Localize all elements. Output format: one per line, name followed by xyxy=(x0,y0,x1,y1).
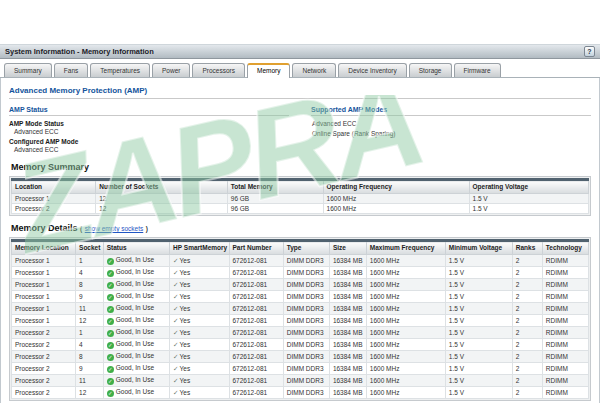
memory-detail-row: Processor 1 12 ✓Good, In Use ✓Yes 672612… xyxy=(12,315,589,327)
detail-socket: 9 xyxy=(76,363,104,375)
detail-part-number: 672612-081 xyxy=(229,315,283,327)
smartmemory-text: Yes xyxy=(180,365,191,372)
detail-location: Processor 1 xyxy=(12,315,76,327)
detail-location: Processor 1 xyxy=(12,255,76,267)
tab[interactable]: Firmware xyxy=(454,63,501,77)
detail-technology: RDIMM xyxy=(542,291,588,303)
detail-location: Processor 1 xyxy=(12,279,76,291)
detail-type: DIMM DDR3 xyxy=(283,279,329,291)
status-ok-icon: ✓ xyxy=(107,330,114,337)
detail-technology: RDIMM xyxy=(542,387,588,399)
supported-amp-list: Advanced ECC Online Spare (Rank Sparing) xyxy=(311,120,591,137)
detail-technology: RDIMM xyxy=(542,351,588,363)
detail-size: 16384 MB xyxy=(329,387,366,399)
detail-location: Processor 2 xyxy=(12,327,76,339)
check-icon: ✓ xyxy=(173,389,178,396)
smartmemory-text: Yes xyxy=(180,269,191,276)
help-button[interactable]: ? xyxy=(584,46,595,57)
amp-columns: AMP Status AMP Mode Status Advanced ECC … xyxy=(9,106,591,155)
detail-size: 16384 MB xyxy=(329,327,366,339)
supported-amp-heading: Supported AMP Modes xyxy=(311,106,591,116)
memory-information-page: System Information - Memory Information … xyxy=(0,44,600,403)
memory-detail-row: Processor 2 4 ✓Good, In Use ✓Yes 672612-… xyxy=(12,339,589,351)
memory-detail-row: Processor 1 4 ✓Good, In Use ✓Yes 672612-… xyxy=(12,267,589,279)
summary-total-memory: 96 GB xyxy=(227,194,323,204)
detail-location: Processor 2 xyxy=(12,375,76,387)
detail-smartmemory: ✓Yes xyxy=(170,375,229,387)
tab[interactable]: Network xyxy=(292,63,336,77)
tab[interactable]: Device Inventory xyxy=(338,63,406,77)
detail-part-number: 672612-081 xyxy=(229,255,283,267)
detail-size: 16384 MB xyxy=(329,375,366,387)
memory-detail-row: Processor 1 9 ✓Good, In Use ✓Yes 672612-… xyxy=(12,291,589,303)
tab[interactable]: Temperatures xyxy=(90,63,150,77)
detail-socket: 1 xyxy=(76,327,104,339)
detail-ranks: 2 xyxy=(512,375,542,387)
details-column-header: Technology xyxy=(542,241,588,255)
summary-total-memory: 96 GB xyxy=(227,204,323,214)
detail-technology: RDIMM xyxy=(542,303,588,315)
summary-voltage: 1.5 V xyxy=(469,204,588,214)
summary-row: Processor 1 12 96 GB 1600 MHz 1.5 V xyxy=(12,194,589,204)
detail-status: ✓Good, In Use xyxy=(103,327,169,339)
detail-max-frequency: 1600 MHz xyxy=(366,303,445,315)
tab[interactable]: Memory xyxy=(247,63,290,78)
detail-status: ✓Good, In Use xyxy=(103,315,169,327)
detail-size: 16384 MB xyxy=(329,279,366,291)
detail-part-number: 672612-081 xyxy=(229,303,283,315)
field-value: Advanced ECC xyxy=(14,128,289,135)
detail-ranks: 2 xyxy=(512,351,542,363)
tab[interactable]: Summary xyxy=(4,63,52,77)
show-empty-sockets-link[interactable]: show empty sockets xyxy=(85,225,144,232)
status-ok-icon: ✓ xyxy=(107,366,114,373)
detail-min-voltage: 1.5 V xyxy=(445,375,512,387)
detail-size: 16384 MB xyxy=(329,303,366,315)
detail-smartmemory: ✓Yes xyxy=(170,279,229,291)
detail-ranks: 2 xyxy=(512,303,542,315)
summary-column-header: Location xyxy=(12,180,96,194)
detail-socket: 9 xyxy=(76,291,104,303)
smartmemory-text: Yes xyxy=(180,353,191,360)
tab[interactable]: Processors xyxy=(192,63,245,77)
detail-ranks: 2 xyxy=(512,279,542,291)
detail-ranks: 2 xyxy=(512,291,542,303)
tab[interactable]: Storage xyxy=(409,63,452,77)
summary-frequency: 1600 MHz xyxy=(323,204,469,214)
details-column-header: Minimum Voltage xyxy=(445,241,512,255)
status-ok-icon: ✓ xyxy=(107,354,114,361)
detail-technology: RDIMM xyxy=(542,267,588,279)
detail-size: 16384 MB xyxy=(329,351,366,363)
detail-smartmemory: ✓Yes xyxy=(170,255,229,267)
detail-max-frequency: 1600 MHz xyxy=(366,267,445,279)
status-ok-icon: ✓ xyxy=(107,378,114,385)
detail-type: DIMM DDR3 xyxy=(283,339,329,351)
detail-max-frequency: 1600 MHz xyxy=(366,327,445,339)
detail-location: Processor 1 xyxy=(12,303,76,315)
check-icon: ✓ xyxy=(173,269,178,276)
detail-size: 16384 MB xyxy=(329,363,366,375)
detail-socket: 12 xyxy=(76,387,104,399)
detail-ranks: 2 xyxy=(512,327,542,339)
summary-voltage: 1.5 V xyxy=(469,194,588,204)
detail-ranks: 2 xyxy=(512,363,542,375)
memory-detail-row: Processor 1 1 ✓Good, In Use ✓Yes 672612-… xyxy=(12,255,589,267)
detail-part-number: 672612-081 xyxy=(229,339,283,351)
detail-type: DIMM DDR3 xyxy=(283,363,329,375)
tab[interactable]: Fans xyxy=(54,63,88,77)
status-text: Good, In Use xyxy=(116,316,154,323)
smartmemory-text: Yes xyxy=(180,377,191,384)
detail-max-frequency: 1600 MHz xyxy=(366,339,445,351)
status-ok-icon: ✓ xyxy=(107,306,114,313)
detail-type: DIMM DDR3 xyxy=(283,351,329,363)
status-ok-icon: ✓ xyxy=(107,258,114,265)
detail-technology: RDIMM xyxy=(542,279,588,291)
status-text: Good, In Use xyxy=(116,364,154,371)
summary-location: Processor 2 xyxy=(12,204,96,214)
detail-type: DIMM DDR3 xyxy=(283,375,329,387)
detail-status: ✓Good, In Use xyxy=(103,387,169,399)
detail-type: DIMM DDR3 xyxy=(283,327,329,339)
check-icon: ✓ xyxy=(173,293,178,300)
detail-location: Processor 1 xyxy=(12,267,76,279)
tab[interactable]: Power xyxy=(152,63,190,77)
detail-min-voltage: 1.5 V xyxy=(445,363,512,375)
